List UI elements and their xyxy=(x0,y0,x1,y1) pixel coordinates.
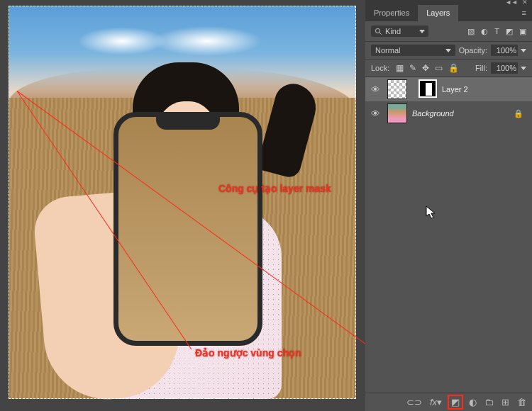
layer-thumbnail[interactable] xyxy=(387,103,407,123)
clouds-graphic xyxy=(79,27,264,55)
fill-input[interactable] xyxy=(491,62,526,74)
new-group-icon[interactable]: 🗀 xyxy=(484,397,494,407)
add-mask-button[interactable]: ◩ xyxy=(448,395,463,410)
canvas-area[interactable]: Công cụ tạo layer mask Đảo ngược vùng ch… xyxy=(0,0,365,411)
search-icon xyxy=(375,28,382,35)
filter-smart-icon[interactable]: ▣ xyxy=(519,27,526,36)
layer-name[interactable]: Layer 2 xyxy=(442,85,468,94)
lock-position-icon[interactable]: ✥ xyxy=(422,63,429,73)
visibility-toggle[interactable]: 👁 xyxy=(370,108,381,119)
lock-all-icon[interactable]: 🔒 xyxy=(448,63,459,73)
chevron-down-icon xyxy=(521,49,526,52)
layer-fx-icon[interactable]: fx▾ xyxy=(430,397,442,407)
phone-graphic xyxy=(113,112,262,346)
lock-icon[interactable]: 🔒 xyxy=(514,109,523,118)
opacity-input[interactable] xyxy=(491,45,526,56)
fill-label: Fill: xyxy=(475,64,487,72)
lock-pixels-icon[interactable]: ✎ xyxy=(409,63,416,73)
lock-row: Lock: ▦ ✎ ✥ ▭ 🔒 Fill: xyxy=(365,59,532,77)
panel-menu-icon[interactable]: ≡ xyxy=(516,5,532,21)
lock-artboard-icon[interactable]: ▭ xyxy=(435,63,443,73)
filter-pixel-icon[interactable]: ▧ xyxy=(467,27,475,36)
layers-list: 👁 Layer 2 👁 Background 🔒 xyxy=(365,77,532,393)
svg-point-0 xyxy=(375,28,379,33)
tab-properties[interactable]: Properties xyxy=(365,5,418,21)
layer-row[interactable]: 👁 Layer 2 xyxy=(365,77,532,101)
chevron-down-icon xyxy=(419,30,425,33)
layer-filter-row: ▧ ◐ T ◩ ▣ xyxy=(365,21,532,42)
document-canvas[interactable] xyxy=(9,6,356,399)
layer-name[interactable]: Background xyxy=(412,109,454,118)
lock-label: Lock: xyxy=(371,64,389,72)
annotation-layer-mask-tool: Công cụ tạo layer mask xyxy=(218,183,331,194)
chevron-down-icon xyxy=(445,49,451,52)
lock-transparent-icon[interactable]: ▦ xyxy=(396,63,404,73)
mask-link-icon[interactable] xyxy=(409,79,416,99)
new-layer-icon[interactable]: ⊞ xyxy=(501,397,509,407)
panel-tabs: Properties Layers ≡ xyxy=(365,4,532,21)
filter-shape-icon[interactable]: ◩ xyxy=(506,27,513,36)
blend-row: Normal Opacity: xyxy=(365,42,532,59)
mask-thumbnail[interactable] xyxy=(419,79,437,98)
layer-row[interactable]: 👁 Background 🔒 xyxy=(365,101,532,125)
annotation-invert-selection: Đảo ngược vùng chọn xyxy=(195,347,301,359)
new-adjustment-icon[interactable]: ◐ xyxy=(469,397,477,407)
blend-mode-dropdown[interactable]: Normal xyxy=(371,45,455,56)
layer-thumbnail[interactable] xyxy=(387,79,407,99)
link-layers-icon[interactable]: ⊂⊃ xyxy=(406,397,422,407)
filter-adjust-icon[interactable]: ◐ xyxy=(481,27,488,36)
visibility-toggle[interactable]: 👁 xyxy=(370,84,381,95)
filter-type-icon[interactable]: T xyxy=(494,27,499,36)
opacity-label: Opacity: xyxy=(459,46,487,55)
layers-bottom-bar: ⊂⊃ fx▾ ◩ ◐ 🗀 ⊞ 🗑 xyxy=(365,393,532,411)
delete-layer-icon[interactable]: 🗑 xyxy=(517,397,526,407)
chevron-down-icon xyxy=(521,67,526,70)
svg-line-1 xyxy=(379,32,382,34)
filter-kind-input[interactable] xyxy=(385,27,415,35)
tab-layers[interactable]: Layers xyxy=(418,5,458,21)
filter-kind-dropdown[interactable] xyxy=(371,26,428,37)
layers-panel: ◄◄✕ Properties Layers ≡ ▧ ◐ T ◩ ▣ Normal… xyxy=(365,0,532,411)
